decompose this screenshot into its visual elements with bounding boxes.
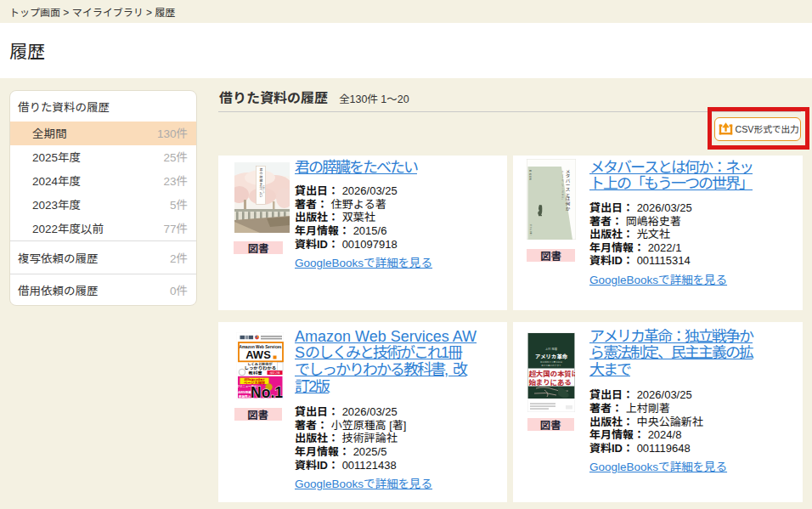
svg-text:上村 剛著: 上村 剛著 xyxy=(544,347,557,351)
svg-text:メタバースとは何か: メタバースとは何か xyxy=(565,168,572,212)
svg-text:改訂2版: 改訂2版 xyxy=(269,370,280,375)
svg-text:ネット上の「もう一つの世界」: ネット上の「もう一つの世界」 xyxy=(561,171,565,200)
svg-text:民主主義の拡大まで: 民主主義の拡大まで xyxy=(541,364,561,367)
svg-text:始まりにある: 始まりにある xyxy=(528,376,571,387)
svg-text:君の膵臓をたべたい: 君の膵臓をたべたい xyxy=(258,168,262,197)
svg-text:アメリカ革命: アメリカ革命 xyxy=(534,353,567,360)
svg-text:住野よる: 住野よる xyxy=(262,184,265,194)
svg-text:No.1: No.1 xyxy=(251,384,283,399)
svg-text:岡嶋裕史: 岡嶋裕史 xyxy=(529,170,533,181)
svg-text:教科書: 教科書 xyxy=(249,370,263,376)
svg-text:光文社新書: 光文社新書 xyxy=(529,223,533,235)
svg-text:書籍売上: 書籍売上 xyxy=(239,394,251,399)
svg-text:AWS: AWS xyxy=(245,346,271,362)
